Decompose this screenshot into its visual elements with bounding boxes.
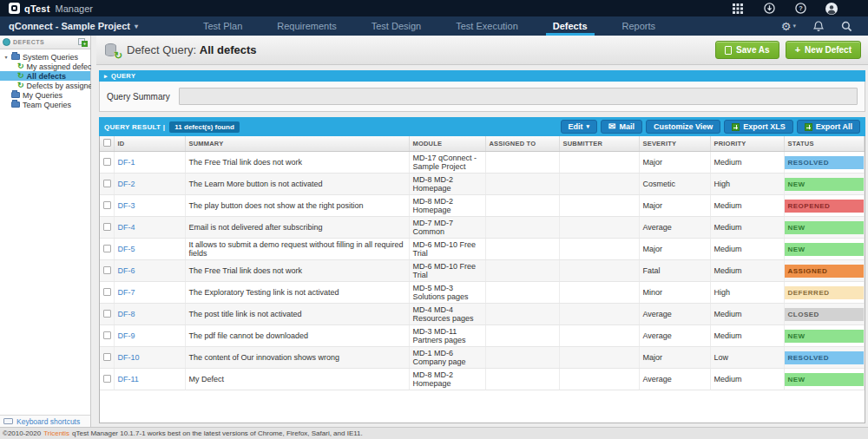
defect-row-df-9[interactable]: DF-9The pdf file cannot be downloadedMD-… [100,325,865,347]
tab-reports[interactable]: Reports [605,16,674,36]
column-header-summary[interactable]: SUMMARY [185,136,409,152]
defect-row-df-10[interactable]: DF-10The content of Our innovation shows… [100,347,865,369]
query-summary-input[interactable] [179,88,858,105]
defect-row-df-11[interactable]: DF-11My DefectMD-8 MD-2 HomepageAverageM… [100,369,865,390]
defect-id-link[interactable]: DF-10 [118,353,140,362]
defect-id-link[interactable]: DF-8 [118,310,135,318]
defect-submitter [559,347,639,369]
tab-test-plan[interactable]: Test Plan [186,16,260,36]
button-label: Mail [619,122,635,131]
row-checkbox[interactable] [103,223,111,231]
logo-text: qTest [24,3,50,14]
query-panel-header[interactable]: ▸ QUERY [99,70,865,82]
defect-module: MD-3 MD-11 Partners pages [409,325,485,347]
defect-submitter [559,174,639,195]
column-header-submitter[interactable]: SUBMITTER [559,136,639,152]
defect-summary: It allows to submit a demo request witho… [185,239,409,260]
mail-button[interactable]: ✉Mail [601,120,642,134]
defect-module: MD-8 MD-2 Homepage [409,174,485,195]
query-panel-title: QUERY [111,72,135,80]
new-defect-button[interactable]: + New Defect [786,41,861,59]
defect-id-link[interactable]: DF-4 [118,223,135,232]
defect-assigned-to [485,217,559,239]
defect-id-link[interactable]: DF-1 [118,158,135,167]
defect-summary: The content of Our innovation shows wron… [185,347,409,369]
defect-row-df-2[interactable]: DF-2The Learn More button is not activat… [100,174,865,195]
user-avatar-icon[interactable] [825,3,838,15]
download-icon[interactable] [763,3,775,15]
tab-test-execution[interactable]: Test Execution [438,16,536,36]
tab-defects[interactable]: Defects [536,16,605,36]
defect-id-link[interactable]: DF-6 [118,266,135,275]
export-all-button[interactable]: Export All [797,120,860,134]
row-checkbox[interactable] [103,310,111,318]
defect-row-df-5[interactable]: DF-5It allows to submit a demo request w… [100,239,865,260]
defect-id-link[interactable]: DF-11 [118,375,139,383]
defect-row-df-3[interactable]: DF-3The play button does not show at the… [100,195,865,217]
button-label: Customize View [654,122,713,131]
defect-row-df-1[interactable]: DF-1The Free Trial link does not workMD-… [100,152,865,174]
row-checkbox[interactable] [103,331,111,339]
defect-row-df-6[interactable]: DF-6The Free Trial link does not workMD-… [100,260,865,282]
tab-requirements[interactable]: Requirements [260,16,353,36]
defect-module: MD-5 MD-3 Solutions pages [409,282,485,304]
defect-row-df-4[interactable]: DF-4Email is not delivered after subscri… [100,217,865,239]
sidebar-item-all-defects[interactable]: ↻All defects [0,71,90,81]
tab-test-design[interactable]: Test Design [354,16,438,36]
row-checkbox[interactable] [103,266,111,274]
apps-grid-icon[interactable] [732,3,744,15]
sidebar-item-system-queries[interactable]: ▾System Queries [0,52,90,62]
defect-id-link[interactable]: DF-7 [118,288,135,297]
help-icon[interactable]: ? [794,3,806,15]
product-name: Manager [56,3,93,14]
select-all-checkbox[interactable] [103,139,111,147]
defect-submitter [559,260,639,282]
column-header-module[interactable]: MODULE [409,136,485,152]
row-checkbox[interactable] [103,201,111,209]
defect-row-df-7[interactable]: DF-7The Exploratory Testing link is not … [100,282,865,304]
row-checkbox[interactable] [103,245,111,252]
row-checkbox[interactable] [103,180,111,187]
settings-gear-icon[interactable]: ⚙▾ [781,21,796,32]
defect-severity: Fatal [639,260,710,282]
search-icon[interactable] [841,21,852,32]
save-as-button[interactable]: Save As [715,41,779,59]
row-checkbox[interactable] [103,375,111,383]
defect-priority: Medium [710,260,784,282]
brand-link[interactable]: Tricentis [43,429,69,437]
sidebar-item-my-queries[interactable]: My Queries [0,90,90,100]
export-xls-button[interactable]: Export XLS [724,120,793,134]
defect-id-link[interactable]: DF-3 [118,201,135,210]
sidebar-item-team-queries[interactable]: Team Queries [0,100,90,109]
new-query-icon[interactable]: + [78,38,88,47]
customize-view-button[interactable]: Customize View [646,120,720,134]
defect-id-link[interactable]: DF-2 [118,180,135,188]
project-name: qConnect - Sample Project [9,21,130,31]
keyboard-shortcuts-link[interactable]: Keyboard shortcuts [16,417,80,426]
column-header-priority[interactable]: PRIORITY [710,136,784,152]
defect-severity: Minor [639,282,710,304]
notifications-bell-icon[interactable] [813,21,824,32]
excel-icon [732,123,740,131]
defect-id-link[interactable]: DF-5 [118,245,135,253]
defect-priority: High [710,174,784,195]
defect-assigned-to [485,369,559,390]
column-header-assigned-to[interactable]: ASSIGNED TO [485,136,559,152]
sidebar-item-my-assigned-defects[interactable]: ↻My assigned defects [0,62,90,71]
row-checkbox[interactable] [103,288,111,296]
row-checkbox[interactable] [103,158,111,166]
row-checkbox[interactable] [103,353,111,361]
column-header-severity[interactable]: SEVERITY [639,136,710,152]
defect-id-link[interactable]: DF-9 [118,331,135,340]
defect-row-df-8[interactable]: DF-8The post title link is not activated… [100,304,865,325]
column-header-status[interactable]: STATUS [784,136,865,152]
edit-button[interactable]: Edit▾ [561,120,598,134]
copyright-text: ©2010-2020 [3,429,41,437]
caret-expanded-icon[interactable]: ▾ [3,54,9,60]
defect-severity: Average [639,304,710,325]
project-selector[interactable]: qConnect - Sample Project ▾ [9,16,138,36]
defect-summary: The pdf file cannot be downloaded [185,325,409,347]
column-header-id[interactable]: ID [114,136,185,152]
defect-severity: Major [639,239,710,260]
sidebar-item-defects-by-assignee[interactable]: ↻Defects by assignee [0,81,90,90]
